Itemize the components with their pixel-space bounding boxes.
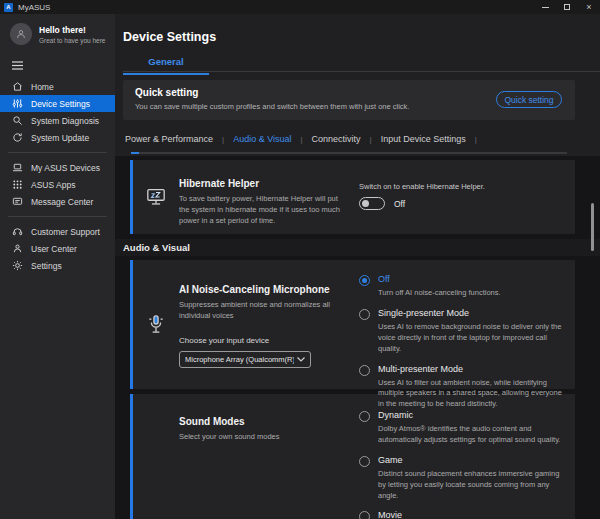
microphone-icon — [146, 314, 166, 336]
radio-icon — [359, 411, 370, 422]
vertical-scrollbar-thumb[interactable] — [591, 203, 594, 251]
asus-logo-icon: A — [4, 3, 13, 12]
sidebar-item-label: Settings — [31, 261, 62, 271]
tab-pipe: | — [301, 135, 303, 144]
tab-pipe: | — [370, 135, 372, 144]
myasus-window: A MyASUS × Hello there! Great to have yo… — [0, 0, 600, 519]
headset-icon — [12, 226, 23, 237]
mic-option-single-presenter[interactable]: Single-presenter Mode Uses AI to remove … — [359, 308, 565, 355]
hibernate-helper-card: Hibernate Helper To save battery power, … — [130, 160, 575, 234]
hibernate-monitor-icon — [146, 188, 166, 206]
app-title: MyASUS — [18, 3, 50, 12]
user-profile[interactable]: Hello there! Great to have you here — [0, 14, 115, 53]
home-icon — [12, 81, 23, 92]
greeting-title: Hello there! — [39, 25, 106, 35]
sidebar-item-customer-support[interactable]: Customer Support — [0, 223, 115, 240]
sound-option-movie[interactable]: Movie Virtual surround sound and dialogu… — [359, 510, 565, 519]
quick-setting-card: Quick setting You can save multiple cust… — [123, 80, 575, 120]
radio-icon — [359, 511, 370, 519]
hibernate-title: Hibernate Helper — [179, 178, 345, 189]
sidebar-item-system-update[interactable]: System Update — [0, 129, 115, 146]
sidebar-item-label: Message Center — [31, 197, 93, 207]
settings-scroll-region: Hibernate Helper To save battery power, … — [115, 156, 600, 519]
sliders-icon — [12, 98, 23, 109]
message-icon — [12, 196, 23, 207]
radio-label: Game — [378, 455, 565, 465]
radio-description: Dolby Atmos® identifies the audio conten… — [378, 424, 565, 446]
sidebar-item-message-center[interactable]: Message Center — [0, 193, 115, 210]
hibernate-switch-hint: Switch on to enable Hibernate Helper. — [359, 182, 565, 191]
close-icon: × — [586, 2, 591, 12]
tab-pipe: | — [475, 135, 477, 144]
radio-description: Turn off AI noise-canceling functions. — [378, 288, 501, 299]
horizontal-scrollbar-thumb[interactable] — [131, 152, 139, 154]
ai-noise-canceling-card: AI Noise-Canceling Microphone Suppresses… — [130, 260, 575, 389]
radio-description: Uses AI to remove background noise to de… — [378, 322, 565, 355]
sidebar-item-label: System Update — [31, 133, 89, 143]
minimize-button[interactable] — [534, 0, 556, 14]
sound-modes-title: Sound Modes — [179, 416, 345, 427]
hibernate-description: To save battery power, Hibernate Helper … — [179, 194, 345, 227]
apps-grid-icon — [12, 179, 23, 190]
greeting-subtitle: Great to have you here — [39, 37, 106, 44]
main-content: Device Settings General Quick setting Yo… — [115, 14, 600, 519]
sidebar-item-device-settings[interactable]: Device Settings — [0, 95, 115, 112]
radio-label: Dynamic — [378, 410, 565, 420]
diagnosis-icon — [12, 115, 23, 126]
sidebar-item-label: System Diagnosis — [31, 116, 99, 126]
radio-description: Distinct sound placement enhances immers… — [378, 469, 565, 502]
chevron-down-icon — [297, 357, 305, 362]
radio-label: Off — [378, 274, 501, 284]
maximize-icon — [564, 4, 570, 10]
gear-icon — [12, 260, 23, 271]
sidebar-item-my-asus-devices[interactable]: My ASUS Devices — [0, 159, 115, 176]
sidebar-item-label: Device Settings — [31, 99, 90, 109]
tab-connectivity[interactable]: Connectivity — [310, 134, 363, 144]
sidebar-divider — [8, 152, 107, 153]
mic-subtitle: Suppresses ambient noise and normalizes … — [179, 300, 345, 322]
sound-modes-card: Sound Modes Select your own sound modes … — [130, 394, 575, 519]
section-header-audio-visual: Audio & Visual — [115, 239, 600, 256]
radio-selected-icon — [359, 275, 370, 286]
sidebar-divider — [8, 216, 107, 217]
tab-audio-visual[interactable]: Audio & Visual — [231, 134, 293, 144]
person-icon — [12, 243, 23, 254]
sound-modes-subtitle: Select your own sound modes — [179, 432, 345, 443]
close-button[interactable]: × — [578, 0, 600, 14]
horizontal-scrollbar[interactable] — [131, 152, 567, 154]
tab-general[interactable]: General — [123, 56, 209, 75]
sidebar-item-system-diagnosis[interactable]: System Diagnosis — [0, 112, 115, 129]
mic-option-off[interactable]: Off Turn off AI noise-canceling function… — [359, 274, 565, 299]
sidebar: Hello there! Great to have you here Home… — [0, 14, 115, 519]
page-title: Device Settings — [123, 30, 216, 44]
hibernate-toggle-state: Off — [394, 199, 405, 209]
sidebar-item-label: ASUS Apps — [31, 180, 75, 190]
hibernate-toggle[interactable] — [359, 197, 385, 210]
avatar — [10, 23, 32, 45]
hamburger-icon — [12, 61, 23, 70]
sound-option-game[interactable]: Game Distinct sound placement enhances i… — [359, 455, 565, 502]
sidebar-item-asus-apps[interactable]: ASUS Apps — [0, 176, 115, 193]
radio-icon — [359, 456, 370, 467]
sidebar-item-home[interactable]: Home — [0, 78, 115, 95]
sidebar-item-label: User Center — [31, 244, 77, 254]
sidebar-item-label: Customer Support — [31, 227, 100, 237]
quick-setting-button[interactable]: Quick setting — [496, 91, 562, 108]
sound-mode-radio-group: Dynamic Dolby Atmos® identifies the audi… — [359, 410, 565, 519]
settings-tab-bar: Power & Performance | Audio & Visual | C… — [123, 134, 484, 144]
sidebar-item-settings[interactable]: Settings — [0, 257, 115, 274]
tab-power-performance[interactable]: Power & Performance — [123, 134, 215, 144]
sidebar-item-label: Home — [31, 82, 54, 92]
hamburger-button[interactable] — [0, 53, 30, 76]
tab-pipe: | — [222, 135, 224, 144]
sidebar-item-user-center[interactable]: User Center — [0, 240, 115, 257]
person-icon — [15, 28, 27, 40]
sound-option-dynamic[interactable]: Dynamic Dolby Atmos® identifies the audi… — [359, 410, 565, 446]
radio-icon — [359, 309, 370, 320]
titlebar: A MyASUS × — [0, 0, 600, 14]
tab-input-device-settings[interactable]: Input Device Settings — [379, 134, 468, 144]
input-device-dropdown[interactable]: Microphone Array (Qualcomm(R) — [179, 351, 311, 368]
input-device-value: Microphone Array (Qualcomm(R) — [185, 355, 294, 364]
maximize-button[interactable] — [556, 0, 578, 14]
laptop-icon — [12, 162, 23, 173]
